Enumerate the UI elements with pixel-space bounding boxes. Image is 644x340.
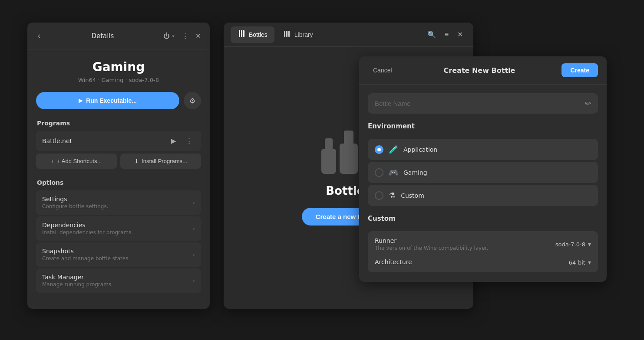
app-title-section: Gaming Win64 · Gaming · soda-7.0-8 [36, 60, 201, 83]
runner-dropdown-arrow[interactable]: ▾ [588, 241, 591, 248]
env-gaming-label: Gaming [403, 169, 427, 176]
edit-icon: ✏ [585, 99, 591, 108]
bottle-neck [344, 131, 353, 144]
svg-rect-7 [286, 31, 287, 37]
svg-rect-3 [241, 31, 242, 37]
svg-rect-8 [288, 31, 290, 37]
chevron-right-icon: › [192, 199, 195, 206]
snapshots-option-title: Snapshots [42, 248, 192, 255]
svg-rect-6 [284, 31, 285, 37]
chevron-right-icon: › [192, 251, 195, 258]
snapshots-option[interactable]: Snapshots Create and manage bottle state… [36, 242, 201, 267]
play-icon: ▶ [79, 98, 83, 104]
power-button[interactable]: ⏻ ▾ [162, 30, 177, 41]
create-panel-header: Cancel Create New Bottle Create [359, 56, 607, 85]
svg-rect-1 [239, 31, 240, 37]
shortcuts-row: + + Add Shortcuts... ⬇ Install Programs.… [36, 154, 201, 169]
runner-row: Runner The version of the Wine compatibi… [375, 237, 591, 251]
app-subtitle: Win64 · Gaming · soda-7.0-8 [36, 77, 201, 83]
custom-icon: ⚗ [389, 191, 396, 200]
env-application-label: Application [403, 146, 437, 153]
add-shortcuts-button[interactable]: + + Add Shortcuts... [36, 154, 117, 169]
details-header: ‹ Details ⏻ ▾ ⋮ ✕ [27, 23, 210, 49]
header-icons: ⏻ ▾ ⋮ ✕ [162, 30, 203, 42]
tab-bottles[interactable]: Bottles [231, 26, 274, 43]
action-row: ▶ Run Executable... ⚙ [36, 92, 201, 109]
bottles-tab-icon [238, 30, 245, 39]
run-executable-button[interactable]: ▶ Run Executable... [36, 92, 179, 109]
runner-desc: The version of the Wine compatibility la… [375, 245, 488, 251]
architecture-dropdown-arrow[interactable]: ▾ [588, 259, 591, 266]
close-button[interactable]: ✕ [194, 30, 203, 42]
cancel-button[interactable]: Cancel [368, 64, 397, 76]
environment-label: Environment [368, 122, 598, 130]
chevron-right-icon: › [192, 277, 195, 284]
dependencies-option-desc: Install dependencies for programs. [42, 229, 192, 235]
program-actions: ▶ ⋮ [168, 136, 195, 146]
bottle-neck [325, 138, 333, 149]
program-name: Battle.net [42, 137, 168, 144]
environment-section: Environment [368, 122, 598, 130]
architecture-row: Architecture 64-bit ▾ [375, 253, 591, 266]
bottle-name-input[interactable] [375, 100, 585, 107]
close-window-button[interactable]: ✕ [454, 28, 466, 41]
env-option-gaming[interactable]: 🎮 Gaming [368, 162, 598, 183]
runner-value: soda-7.0-8 [555, 241, 585, 248]
task-manager-option[interactable]: Task Manager Manage running programs. › [36, 268, 201, 293]
download-icon: ⬇ [134, 158, 139, 164]
menu-button[interactable]: ⋮ [180, 30, 190, 42]
runner-title: Runner [375, 237, 488, 244]
radio-gaming[interactable] [375, 168, 383, 177]
bottle-shape-center [340, 131, 358, 174]
env-custom-label: Custom [401, 192, 424, 199]
settings-option-title: Settings [42, 196, 192, 203]
search-button[interactable]: 🔍 [424, 28, 439, 41]
env-option-custom[interactable]: ⚗ Custom [368, 185, 598, 206]
svg-rect-0 [239, 30, 240, 31]
task-manager-option-desc: Manage running programs. [42, 281, 192, 288]
bottles-tab-label: Bottles [249, 31, 268, 38]
dependencies-option-text: Dependencies Install dependencies for pr… [42, 222, 192, 235]
install-programs-button[interactable]: ⬇ Install Programs... [120, 154, 201, 169]
bottle-shape-left [321, 138, 336, 174]
create-panel-title: Create New Bottle [397, 66, 562, 75]
settings-option-text: Settings Configure bottle settings. [42, 196, 192, 209]
back-button[interactable]: ‹ [34, 29, 44, 42]
programs-section: Programs Battle.net ▶ ⋮ + + Add Shortcut… [36, 120, 201, 169]
architecture-title: Architecture [375, 258, 412, 265]
gaming-icon: 🎮 [389, 168, 398, 177]
options-section: Options Settings Configure bottle settin… [36, 179, 201, 294]
settings-button[interactable]: ⚙ [184, 92, 201, 109]
architecture-value: 64-bit [569, 259, 585, 266]
menu-icon-button[interactable]: ≡ [441, 28, 452, 41]
runner-value-row: soda-7.0-8 ▾ [555, 241, 591, 248]
settings-option[interactable]: Settings Configure bottle settings. › [36, 190, 201, 215]
bottle-body [321, 149, 336, 174]
details-panel: ‹ Details ⏻ ▾ ⋮ ✕ Gaming Win64 · Gaming … [27, 23, 210, 309]
radio-custom[interactable] [375, 191, 383, 200]
program-play-button[interactable]: ▶ [168, 136, 179, 146]
program-menu-button[interactable]: ⋮ [183, 136, 195, 146]
task-manager-option-text: Task Manager Manage running programs. [42, 274, 192, 288]
bottle-body [340, 144, 358, 174]
plus-icon: + [51, 158, 55, 164]
details-content: Gaming Win64 · Gaming · soda-7.0-8 ▶ Run… [27, 49, 210, 301]
bottles-header: Bottles Library 🔍 ≡ ✕ [224, 23, 473, 47]
runner-info: Runner The version of the Wine compatibi… [375, 237, 488, 251]
application-icon: 🧪 [389, 145, 398, 154]
env-option-application[interactable]: 🧪 Application [368, 139, 598, 160]
library-tab-label: Library [294, 31, 313, 38]
create-confirm-button[interactable]: Create [561, 63, 598, 77]
svg-rect-2 [241, 30, 242, 31]
custom-section: Custom [368, 215, 598, 222]
details-title: Details [47, 32, 158, 40]
architecture-value-row: 64-bit ▾ [569, 259, 591, 266]
svg-rect-5 [243, 31, 244, 37]
radio-application[interactable] [375, 145, 383, 154]
custom-label: Custom [368, 215, 598, 222]
dependencies-option[interactable]: Dependencies Install dependencies for pr… [36, 216, 201, 241]
create-new-bottle-panel: Cancel Create New Bottle Create ✏ Enviro… [359, 56, 607, 282]
tab-library[interactable]: Library [276, 26, 320, 43]
library-tab-icon [283, 30, 291, 39]
svg-rect-4 [243, 30, 244, 31]
